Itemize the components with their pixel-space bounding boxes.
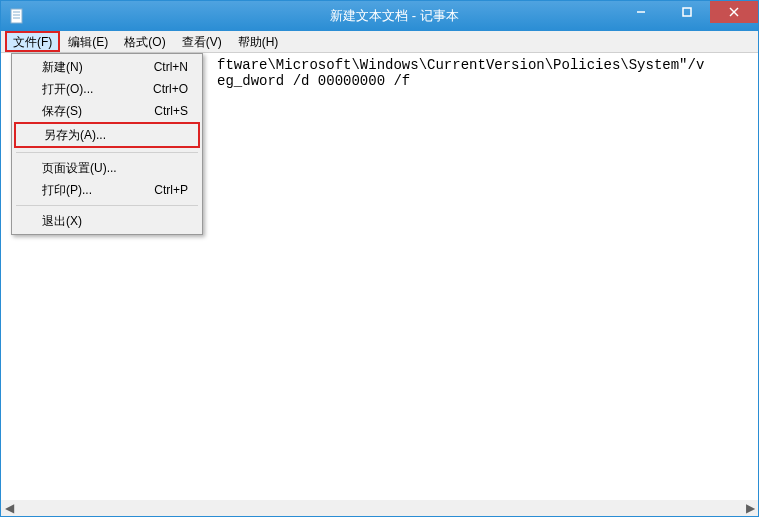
menubar: 文件(F) 编辑(E) 格式(O) 查看(V) 帮助(H) (1, 31, 758, 53)
menu-save[interactable]: 保存(S) Ctrl+S (14, 100, 200, 122)
menu-view[interactable]: 查看(V) (174, 31, 230, 52)
menu-exit[interactable]: 退出(X) (14, 210, 200, 232)
menu-open[interactable]: 打开(O)... Ctrl+O (14, 78, 200, 100)
menu-item-label: 保存(S) (42, 103, 82, 120)
file-menu-dropdown: 新建(N) Ctrl+N 打开(O)... Ctrl+O 保存(S) Ctrl+… (11, 53, 203, 235)
window-controls (618, 1, 758, 23)
menu-item-shortcut: Ctrl+P (154, 183, 188, 197)
menu-new[interactable]: 新建(N) Ctrl+N (14, 56, 200, 78)
minimize-button[interactable] (618, 1, 664, 23)
svg-rect-0 (11, 9, 22, 23)
menu-item-label: 页面设置(U)... (42, 160, 117, 177)
menu-edit[interactable]: 编辑(E) (60, 31, 116, 52)
horizontal-scrollbar[interactable]: ◀ ▶ (1, 500, 758, 516)
titlebar[interactable]: 新建文本文档 - 记事本 (1, 1, 758, 31)
menu-print[interactable]: 打印(P)... Ctrl+P (14, 179, 200, 201)
menu-item-label: 新建(N) (42, 59, 83, 76)
menu-item-label: 打印(P)... (42, 182, 92, 199)
notepad-icon (9, 8, 25, 24)
menu-item-label: 打开(O)... (42, 81, 93, 98)
maximize-button[interactable] (664, 1, 710, 23)
menu-file[interactable]: 文件(F) (5, 31, 60, 52)
menu-item-shortcut: Ctrl+S (154, 104, 188, 118)
svg-rect-5 (683, 8, 691, 16)
menu-help[interactable]: 帮助(H) (230, 31, 287, 52)
notepad-window: 新建文本文档 - 记事本 文件(F) 编辑(E) 格式(O) 查看(V) 帮助(… (0, 0, 759, 517)
menu-item-shortcut: Ctrl+N (154, 60, 188, 74)
close-button[interactable] (710, 1, 758, 23)
menu-item-label: 另存为(A)... (44, 127, 106, 144)
menu-item-label: 退出(X) (42, 213, 82, 230)
scroll-left-icon[interactable]: ◀ (1, 500, 17, 516)
menu-separator (16, 205, 198, 206)
menu-item-shortcut: Ctrl+O (153, 82, 188, 96)
menu-format[interactable]: 格式(O) (116, 31, 173, 52)
menu-separator (16, 152, 198, 153)
scroll-right-icon[interactable]: ▶ (742, 500, 758, 516)
menu-save-as[interactable]: 另存为(A)... (14, 122, 200, 148)
menu-page-setup[interactable]: 页面设置(U)... (14, 157, 200, 179)
